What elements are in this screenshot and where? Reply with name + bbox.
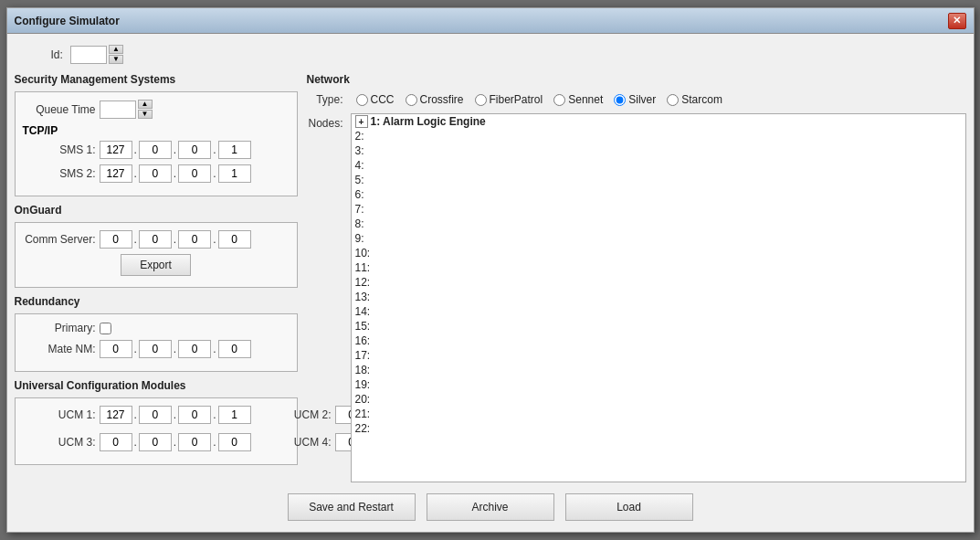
ucm1-oct1[interactable] <box>100 406 132 424</box>
tree-node-6[interactable]: 6: <box>352 187 965 202</box>
redundancy-box: Primary: Mate NM: . . . <box>15 313 298 372</box>
onguard-title: OnGuard <box>15 204 298 217</box>
tree-node-3[interactable]: 3: <box>352 143 965 158</box>
tree-node-8[interactable]: 8: <box>352 217 965 231</box>
ucm1-oct3[interactable] <box>178 406 211 424</box>
sms1-oct3[interactable] <box>178 141 211 159</box>
primary-row: Primary: <box>23 322 290 334</box>
tree-node-12[interactable]: 12: <box>352 275 965 290</box>
sms2-oct4[interactable] <box>218 164 251 183</box>
mate-oct1[interactable] <box>100 340 132 358</box>
onguard-box: Comm Server: . . . Export <box>15 222 298 288</box>
comm-oct3[interactable] <box>178 230 211 249</box>
mate-row: Mate NM: . . . <box>23 340 290 358</box>
id-spinner-buttons: ▲ ▼ <box>109 45 123 64</box>
sms2-label: SMS 2: <box>23 167 96 180</box>
sms2-oct1[interactable] <box>100 164 132 183</box>
queue-up-button[interactable]: ▲ <box>138 100 153 109</box>
sms1-label: SMS 1: <box>23 143 96 156</box>
tree-node-22[interactable]: 22: <box>352 421 965 436</box>
sms1-row: SMS 1: . . . <box>23 141 290 159</box>
tree-node-2[interactable]: 2: <box>352 129 965 143</box>
id-row: Id: 1 ▲ ▼ <box>15 41 966 68</box>
id-spinner: 1 ▲ ▼ <box>70 45 123 64</box>
ucm1-label: UCM 1: <box>23 408 96 421</box>
load-button[interactable]: Load <box>565 493 693 521</box>
ucm3-oct1[interactable] <box>100 433 132 451</box>
ucm3-oct3[interactable] <box>178 433 211 451</box>
ucm1-oct2[interactable] <box>139 406 172 424</box>
radio-sennet[interactable]: Sennet <box>553 93 603 106</box>
left-panel: Security Management Systems Queue Time 0… <box>15 73 298 482</box>
queue-input[interactable]: 0 <box>100 101 136 119</box>
id-down-button[interactable]: ▼ <box>109 55 123 64</box>
id-up-button[interactable]: ▲ <box>109 45 123 54</box>
radio-fiberpatrol[interactable]: FiberPatrol <box>475 93 543 106</box>
id-label: Id: <box>51 48 63 61</box>
comm-oct2[interactable] <box>139 230 172 249</box>
primary-checkbox[interactable] <box>100 323 111 334</box>
tree-node-19[interactable]: 19: <box>352 377 965 392</box>
sms2-oct2[interactable] <box>139 164 172 183</box>
ucm-title: Universal Configuration Modules <box>15 379 298 392</box>
comm-oct4[interactable] <box>218 230 251 249</box>
ucm3-row: UCM 3: . . . <box>23 433 251 451</box>
export-button[interactable]: Export <box>121 254 191 276</box>
tree-node-15[interactable]: 15: <box>352 319 965 334</box>
tree-node-1[interactable]: +1: Alarm Logic Engine <box>352 114 965 129</box>
tree-node-7[interactable]: 7: <box>352 202 965 217</box>
tree-node-5[interactable]: 5: <box>352 173 965 187</box>
bottom-buttons: Save and Restart Archive Load <box>15 488 966 524</box>
radio-starcom[interactable]: Starcom <box>667 93 722 106</box>
window-title: Configure Simulator <box>15 15 120 27</box>
sms2-row: SMS 2: . . . <box>23 164 290 183</box>
tree-node-17[interactable]: 17: <box>352 348 965 363</box>
sms2-ip: . . . <box>100 164 251 183</box>
right-panel: Network Type: CCC Crossfire <box>307 73 966 482</box>
sms1-oct1[interactable] <box>100 141 132 159</box>
sms1-oct4[interactable] <box>218 141 251 159</box>
ucm-section: Universal Configuration Modules UCM 1: .… <box>15 379 298 465</box>
queue-spinner-buttons: ▲ ▼ <box>138 100 153 119</box>
tree-node-14[interactable]: 14: <box>352 304 965 319</box>
radio-silver[interactable]: Silver <box>614 93 656 106</box>
tree-node-11[interactable]: 11: <box>352 260 965 275</box>
sms1-oct2[interactable] <box>139 141 172 159</box>
ucm1-oct4[interactable] <box>218 406 251 424</box>
tree-node-10[interactable]: 10: <box>352 246 965 260</box>
comm-label: Comm Server: <box>23 233 96 246</box>
mate-oct2[interactable] <box>139 340 172 358</box>
id-input[interactable]: 1 <box>70 46 107 64</box>
mate-oct3[interactable] <box>178 340 211 358</box>
radio-ccc[interactable]: CCC <box>356 93 395 106</box>
ucm1-ip: . . . <box>100 406 251 424</box>
queue-row: Queue Time 0 ▲ ▼ <box>23 100 290 119</box>
save-restart-button[interactable]: Save and Restart <box>288 493 416 521</box>
nodes-tree[interactable]: +1: Alarm Logic Engine2:3:4:5:6:7:8:9:10… <box>351 113 966 482</box>
comm-oct1[interactable] <box>100 230 132 249</box>
nodes-row: Nodes: +1: Alarm Logic Engine2:3:4:5:6:7… <box>307 113 966 482</box>
main-area: Security Management Systems Queue Time 0… <box>15 73 966 482</box>
sms-box: Queue Time 0 ▲ ▼ TCP/IP SMS 1: <box>15 91 298 196</box>
tree-node-18[interactable]: 18: <box>352 363 965 377</box>
mate-oct4[interactable] <box>218 340 251 358</box>
tree-node-13[interactable]: 13: <box>352 290 965 304</box>
archive-button[interactable]: Archive <box>427 493 554 521</box>
ucm3-oct4[interactable] <box>218 433 251 451</box>
type-row: Type: CCC Crossfire <box>307 93 966 106</box>
ucm3-ip: . . . <box>100 433 251 451</box>
ucm3-oct2[interactable] <box>139 433 172 451</box>
tree-node-21[interactable]: 21: <box>352 407 965 421</box>
sms2-oct3[interactable] <box>178 164 211 183</box>
expand-icon-1[interactable]: + <box>355 115 368 128</box>
close-button[interactable]: ✕ <box>948 13 966 29</box>
tree-node-9[interactable]: 9: <box>352 231 965 246</box>
network-type-group: CCC Crossfire FiberPatrol <box>356 93 722 106</box>
radio-crossfire[interactable]: Crossfire <box>406 93 464 106</box>
tree-node-16[interactable]: 16: <box>352 334 965 348</box>
ucm1-row: UCM 1: . . . <box>23 406 251 424</box>
tree-node-4[interactable]: 4: <box>352 158 965 173</box>
tree-node-20[interactable]: 20: <box>352 392 965 407</box>
queue-down-button[interactable]: ▼ <box>138 110 153 119</box>
redundancy-title: Redundancy <box>15 295 298 308</box>
